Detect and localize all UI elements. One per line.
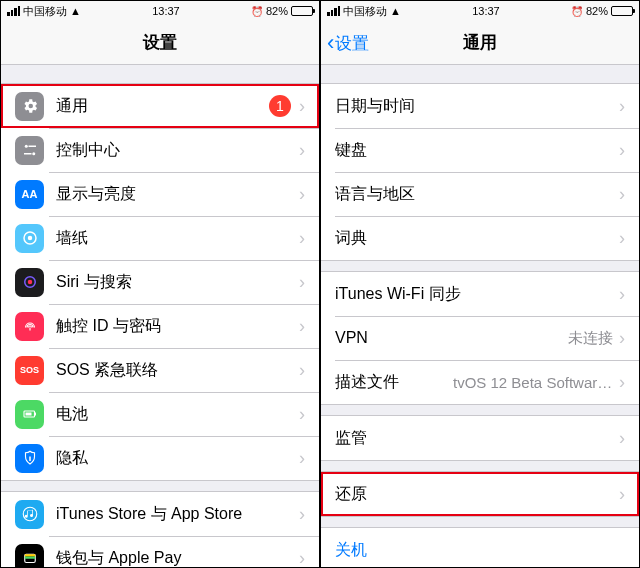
row-itunes-store[interactable]: iTunes Store 与 App Store› (1, 492, 319, 536)
row-label: SOS 紧急联络 (56, 360, 299, 381)
row-label: 词典 (335, 228, 619, 249)
row-label: 键盘 (335, 140, 619, 161)
general-icon (15, 92, 44, 121)
battery-icon (15, 400, 44, 429)
chevron-right-icon: › (299, 549, 305, 567)
row-wallpaper[interactable]: 墙纸› (1, 216, 319, 260)
row-label: 墙纸 (56, 228, 299, 249)
chevron-right-icon: › (299, 317, 305, 335)
row-sos[interactable]: SOSSOS 紧急联络› (1, 348, 319, 392)
chevron-right-icon: › (619, 329, 625, 347)
battery-icon (291, 6, 313, 16)
chevron-right-icon: › (619, 429, 625, 447)
chevron-right-icon: › (299, 229, 305, 247)
svg-point-5 (27, 236, 32, 241)
row-supervision[interactable]: 监管› (321, 416, 639, 460)
clock: 13:37 (472, 5, 500, 17)
row-label: 语言与地区 (335, 184, 619, 205)
row-label: VPN (335, 329, 568, 347)
row-label: 日期与时间 (335, 96, 619, 117)
svg-rect-1 (28, 146, 36, 148)
row-profile[interactable]: 描述文件tvOS 12 Beta Software Profile› (321, 360, 639, 404)
wifi-icon: ▲ (390, 5, 401, 17)
row-label: 钱包与 Apple Pay (56, 548, 299, 568)
row-label: 监管 (335, 428, 619, 449)
display-icon: AA (15, 180, 44, 209)
back-label: 设置 (335, 32, 369, 55)
chevron-right-icon: › (619, 285, 625, 303)
svg-point-2 (32, 152, 35, 155)
chevron-right-icon: › (619, 229, 625, 247)
svg-rect-14 (24, 557, 35, 559)
row-shutdown[interactable]: 关机 (321, 528, 639, 567)
row-keyboard[interactable]: 键盘› (321, 128, 639, 172)
chevron-right-icon: › (299, 273, 305, 291)
row-label: iTunes Wi-Fi 同步 (335, 284, 619, 305)
svg-rect-13 (24, 554, 35, 556)
chevron-right-icon: › (299, 449, 305, 467)
row-label: 隐私 (56, 448, 299, 469)
touch-id-icon (15, 312, 44, 341)
chevron-right-icon: › (299, 185, 305, 203)
chevron-right-icon: › (299, 141, 305, 159)
row-label: 还原 (335, 484, 619, 505)
privacy-icon (15, 444, 44, 473)
nav-bar: 设置 (1, 21, 319, 65)
battery-pct: 82% (266, 5, 288, 17)
row-wallet[interactable]: 钱包与 Apple Pay› (1, 536, 319, 567)
row-label: 关机 (335, 540, 625, 561)
row-touch-id[interactable]: 触控 ID 与密码› (1, 304, 319, 348)
row-control-center[interactable]: 控制中心› (1, 128, 319, 172)
status-bar: 中国移动 ▲ 13:37 ⏰ 82% (321, 1, 639, 21)
row-general[interactable]: 通用1› (1, 84, 319, 128)
row-label: 控制中心 (56, 140, 299, 161)
svg-point-7 (27, 280, 32, 285)
chevron-left-icon: ‹ (327, 32, 334, 54)
row-reset[interactable]: 还原› (321, 472, 639, 516)
wallet-icon (15, 544, 44, 568)
chevron-right-icon: › (299, 97, 305, 115)
nav-bar: ‹ 设置 通用 (321, 21, 639, 65)
row-siri[interactable]: Siri 与搜索› (1, 260, 319, 304)
row-privacy[interactable]: 隐私› (1, 436, 319, 480)
row-label: iTunes Store 与 App Store (56, 504, 299, 525)
row-date-time[interactable]: 日期与时间› (321, 84, 639, 128)
back-button[interactable]: ‹ 设置 (327, 21, 369, 65)
svg-rect-9 (34, 413, 36, 416)
sos-icon: SOS (15, 356, 44, 385)
settings-list[interactable]: 通用1›控制中心›AA显示与亮度›墙纸›Siri 与搜索›触控 ID 与密码›S… (1, 65, 319, 567)
row-itunes-wifi[interactable]: iTunes Wi-Fi 同步› (321, 272, 639, 316)
badge: 1 (269, 95, 291, 117)
row-vpn[interactable]: VPN未连接› (321, 316, 639, 360)
wifi-icon: ▲ (70, 5, 81, 17)
status-bar: 中国移动 ▲ 13:37 ⏰ 82% (1, 1, 319, 21)
row-display[interactable]: AA显示与亮度› (1, 172, 319, 216)
row-label: 描述文件 (335, 372, 453, 393)
row-language[interactable]: 语言与地区› (321, 172, 639, 216)
carrier-label: 中国移动 (343, 4, 387, 19)
row-value: 未连接 (568, 329, 613, 348)
signal-icon (7, 6, 20, 16)
itunes-store-icon (15, 500, 44, 529)
row-label: 触控 ID 与密码 (56, 316, 299, 337)
chevron-right-icon: › (299, 505, 305, 523)
alarm-icon: ⏰ (251, 6, 263, 17)
chevron-right-icon: › (619, 485, 625, 503)
control-center-icon (15, 136, 44, 165)
chevron-right-icon: › (619, 141, 625, 159)
row-dictionary[interactable]: 词典› (321, 216, 639, 260)
general-list[interactable]: 日期与时间›键盘›语言与地区›词典›iTunes Wi-Fi 同步›VPN未连接… (321, 65, 639, 567)
clock: 13:37 (152, 5, 180, 17)
chevron-right-icon: › (299, 361, 305, 379)
carrier-label: 中国移动 (23, 4, 67, 19)
svg-point-11 (23, 507, 37, 521)
row-label: 通用 (56, 96, 269, 117)
alarm-icon: ⏰ (571, 6, 583, 17)
wallpaper-icon (15, 224, 44, 253)
chevron-right-icon: › (619, 373, 625, 391)
page-title: 通用 (463, 31, 497, 54)
phone-settings: 中国移动 ▲ 13:37 ⏰ 82% 设置 通用1›控制中心›AA显示与亮度›墙… (0, 0, 320, 568)
row-battery[interactable]: 电池› (1, 392, 319, 436)
svg-rect-3 (24, 153, 32, 155)
battery-icon (611, 6, 633, 16)
